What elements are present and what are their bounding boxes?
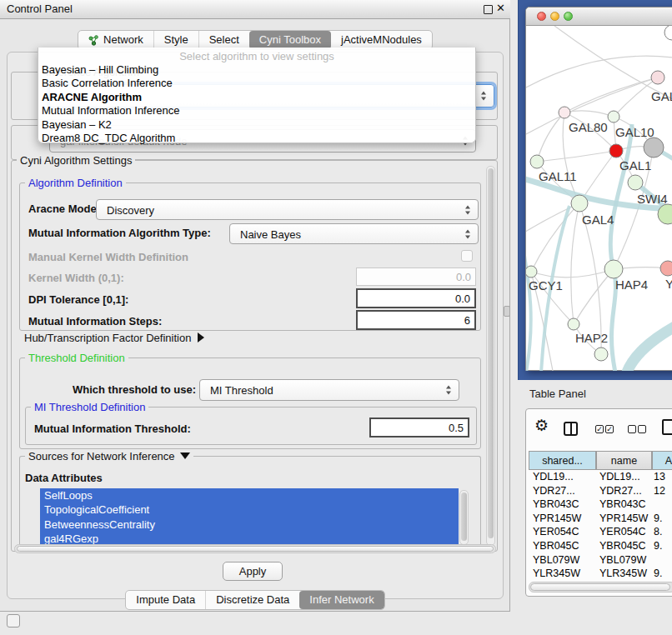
tab-discretize-data[interactable]: Discretize Data: [205, 591, 299, 609]
select-all-checks-icon[interactable]: ✓✓: [595, 425, 614, 433]
tab-impute-data[interactable]: Impute Data: [126, 591, 205, 609]
column-header-shared[interactable]: shared...: [529, 451, 596, 470]
minimize-traffic-light-icon[interactable]: [550, 12, 559, 21]
scrollbar-thumb[interactable]: [461, 492, 467, 541]
table-row[interactable]: YLR345WYLR345W9.: [529, 567, 672, 581]
zoom-traffic-light-icon[interactable]: [564, 12, 573, 21]
network-node-y[interactable]: [660, 261, 672, 276]
control-panel-tabstrip: NetworkStyleSelectCyni ToolboxjActiveMNo…: [0, 30, 510, 49]
attribute-item-betweennesscentrality[interactable]: BetweennessCentrality: [40, 518, 459, 532]
tab-jactivemnodules[interactable]: jActiveMNodules: [331, 31, 432, 49]
mi-algorithm-type-value: Naive Bayes: [240, 228, 301, 240]
table-row[interactable]: YDR27...YDR27...12: [529, 484, 672, 498]
node-label-gcy1: GCY1: [529, 278, 563, 292]
float-window-icon[interactable]: [484, 5, 493, 14]
apply-button[interactable]: Apply: [223, 562, 283, 581]
table-row[interactable]: YBR045CYBR045C9.: [529, 539, 672, 553]
tab-label: Discretize Data: [216, 591, 289, 609]
attributes-list-scrollbar[interactable]: [459, 490, 469, 545]
table-row[interactable]: YBL079WYBL079W: [529, 553, 672, 568]
algorithm-option-aracne-algorithm[interactable]: ARACNE Algorithm: [38, 91, 475, 104]
threshold-definition-group: Threshold Definition Which threshold to …: [19, 358, 481, 449]
table-horizontal-scrollbar[interactable]: [529, 582, 672, 592]
combo-stepper-icon: [481, 92, 487, 101]
mi-algorithm-type-combo[interactable]: Naive Bayes: [229, 223, 479, 244]
manual-kernel-width-checkbox[interactable]: [461, 250, 473, 262]
close-icon[interactable]: ✕: [496, 2, 505, 14]
network-node-gal10[interactable]: [608, 111, 619, 122]
attribute-item-topologicalcoefficient[interactable]: TopologicalCoefficient: [40, 502, 459, 517]
deselect-all-checks-icon[interactable]: [628, 425, 646, 433]
cell-value: 9.: [654, 568, 662, 579]
algorithm-option-bayesian-hill-climbing[interactable]: Bayesian – Hill Climbing: [38, 63, 475, 77]
restore-panel-icon[interactable]: [7, 614, 20, 628]
network-node-gal1[interactable]: [609, 144, 623, 158]
network-edge: [537, 151, 616, 162]
aracne-mode-combo[interactable]: Discovery: [96, 199, 479, 220]
algorithm-option-mutual-information-inference[interactable]: Mutual Information Inference: [38, 104, 475, 118]
hub-definition-expander[interactable]: Hub/Transcription Factor Definition: [24, 330, 204, 345]
algorithm-option-bayesian-k2[interactable]: Bayesian – K2: [38, 118, 475, 132]
table-row[interactable]: YDL19...YDL19...13: [529, 470, 672, 484]
scrollbar-thumb[interactable]: [530, 583, 670, 591]
settings-vertical-scrollbar[interactable]: [486, 166, 495, 546]
split-columns-icon[interactable]: [564, 422, 578, 436]
column-header-a[interactable]: A: [652, 451, 672, 470]
dropdown-placeholder: Select algorithm to view settings: [38, 49, 475, 63]
network-canvas[interactable]: GALGAL80GAL10GAL1GAL11SWI4GAL4GCY1HAP4YH…: [526, 26, 672, 371]
column-header-name[interactable]: name: [596, 451, 652, 470]
which-threshold-label: Which threshold to use:: [73, 383, 196, 396]
tab-label: Style: [164, 31, 188, 49]
collapse-down-icon[interactable]: [180, 452, 190, 459]
network-node-gal11[interactable]: [530, 155, 544, 168]
network-node[interactable]: [644, 138, 664, 158]
mi-steps-field[interactable]: [356, 310, 476, 330]
panel-divider-handle[interactable]: [504, 306, 510, 317]
tab-style[interactable]: Style: [153, 31, 198, 49]
network-node-gal4[interactable]: [571, 195, 588, 212]
dpi-tolerance-field[interactable]: [356, 288, 476, 308]
node-label-gal11: GAL11: [539, 169, 577, 183]
node-label-hap2: HAP2: [575, 331, 608, 345]
cell-shared-name: YBR043C: [533, 498, 579, 510]
tab-cyni-toolbox[interactable]: Cyni Toolbox: [249, 31, 331, 49]
network-node-gal80[interactable]: [559, 107, 570, 118]
hub-definition-label: Hub/Transcription Factor Definition: [24, 332, 191, 344]
table-row[interactable]: YPR145WYPR145W9.: [529, 512, 672, 526]
network-view-window: GALGAL80GAL10GAL1GAL11SWI4GAL4GCY1HAP4YH…: [525, 7, 672, 371]
network-node-hap4[interactable]: [604, 260, 623, 278]
cell-name: YLR345W: [599, 568, 647, 579]
data-attributes-list: SelfLoopsTopologicalCoefficientBetweenne…: [40, 488, 459, 547]
tab-label: Cyni Toolbox: [259, 31, 321, 49]
expand-right-icon: [198, 332, 204, 342]
algorithm-option-dream8-dc-tdc-algorithm[interactable]: Dream8 DC_TDC Algorithm: [38, 132, 475, 145]
attribute-item-selfloops[interactable]: SelfLoops: [40, 488, 459, 502]
network-node-gcy1[interactable]: [526, 266, 537, 278]
kernel-width-field[interactable]: [356, 268, 476, 286]
tab-label: Select: [209, 31, 239, 49]
algorithm-option-basic-correlation-inference[interactable]: Basic Correlation Inference: [38, 77, 475, 90]
node-label-gal80: GAL80: [569, 120, 608, 134]
network-node-hap2[interactable]: [568, 318, 579, 330]
settings-horizontal-scrollbar[interactable]: [14, 544, 496, 553]
which-threshold-combo[interactable]: MI Threshold: [199, 379, 459, 401]
document-icon[interactable]: [662, 419, 672, 435]
table-row[interactable]: YER054CYER054C8.: [529, 525, 672, 539]
scrollbar-thumb[interactable]: [488, 168, 494, 538]
tab-network[interactable]: Network: [78, 31, 153, 49]
sources-group-title: Sources for Network Inference: [25, 450, 193, 462]
gear-icon[interactable]: ⚙: [534, 416, 549, 435]
tab-infer-network[interactable]: Infer Network: [299, 591, 384, 609]
network-node-swi4[interactable]: [628, 175, 643, 190]
network-node-gal[interactable]: [651, 71, 664, 84]
scrollbar-thumb[interactable]: [17, 546, 494, 552]
network-node[interactable]: [664, 26, 672, 40]
mi-algorithm-type-label: Mutual Information Algorithm Type:: [28, 227, 211, 239]
mi-threshold-field[interactable]: [369, 418, 469, 438]
network-edge: [574, 269, 614, 324]
table-row[interactable]: YBR043CYBR043C: [529, 498, 672, 512]
network-window-titlebar[interactable]: [526, 8, 672, 26]
close-traffic-light-icon[interactable]: [537, 12, 546, 21]
tab-select[interactable]: Select: [198, 31, 249, 49]
network-node[interactable]: [594, 348, 608, 361]
